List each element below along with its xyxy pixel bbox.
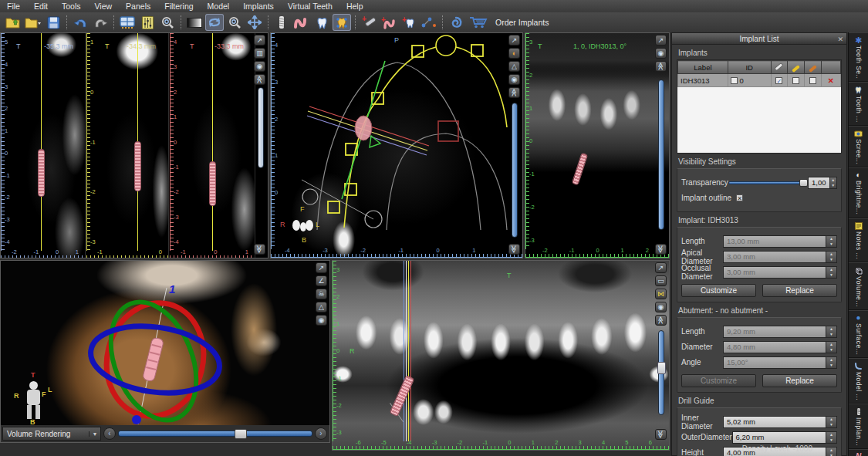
yellow-cell[interactable] [788, 74, 805, 87]
panoramic-viewport[interactable]: 3210-1-2-3 -6-5-4-3-2-10123456 T R ↗ ▭ ⋈… [332, 260, 670, 451]
spin-up-icon[interactable]: ▲ [830, 177, 837, 183]
outer-diameter-spinbox[interactable]: 6,20 mm▲▼ [732, 431, 837, 444]
scroll-down-button[interactable]: ≪ [655, 429, 667, 440]
column-header-id[interactable]: ID [728, 61, 771, 74]
implant-cross-section[interactable] [209, 161, 216, 206]
cross-sections-viewport[interactable]: 543210-1-2-3-4 -2-101 T -35.3 mm 10-1-2-… [0, 32, 269, 258]
slice-layout-button[interactable]: ▥ [254, 48, 265, 59]
tab-implant[interactable]: Implan... [849, 404, 868, 449]
transparency-slider[interactable] [728, 179, 804, 187]
panoramic-curve-button[interactable] [447, 14, 465, 31]
save-button[interactable] [44, 14, 62, 31]
outer-diameter-value[interactable]: 6,20 mm [732, 431, 826, 444]
menu-item-edit[interactable]: Edit [27, 0, 55, 12]
screenshot-button[interactable]: ◉ [316, 315, 327, 326]
tab-volume[interactable]: Volume... [849, 262, 868, 310]
transparency-slider-handle[interactable] [799, 179, 808, 187]
scrollbar-handle[interactable] [657, 362, 666, 374]
slice-scrollbar[interactable] [512, 103, 518, 238]
column-header-orange-implant[interactable] [804, 61, 821, 74]
delete-implant-button[interactable]: ✕ [821, 74, 840, 87]
layout-button[interactable] [118, 14, 137, 31]
volume-slider[interactable] [118, 431, 312, 437]
reset-view-button[interactable] [205, 14, 224, 31]
screenshot-button[interactable]: ◉ [254, 61, 265, 72]
tab-screenshot[interactable]: Scree... [849, 126, 868, 167]
column-header-visibility[interactable] [771, 61, 788, 74]
pano-mode-button[interactable]: ▭ [655, 275, 667, 286]
implant-customize-button[interactable]: Customize [681, 284, 756, 297]
volume-3d-viewport[interactable]: 1 T R F L B ↗ ∠ ☠ △ ◉ Volume Rendering ▼… [0, 260, 330, 443]
maximize-button[interactable]: ↗ [254, 35, 265, 46]
slice-line[interactable] [212, 33, 213, 251]
pan-button[interactable] [245, 14, 264, 31]
menu-item-virtual-teeth[interactable]: Virtual Teeth [281, 0, 339, 12]
skull-view-button[interactable]: ☠ [316, 289, 327, 299]
undo-button[interactable] [71, 14, 90, 31]
add-nerve-button[interactable]: + [380, 14, 398, 31]
implant-cross-section[interactable] [134, 141, 141, 191]
transparency-value[interactable]: 1,00 [808, 177, 830, 189]
maximize-button[interactable]: ↗ [508, 35, 520, 46]
menu-item-view[interactable]: View [88, 0, 120, 12]
implant-replace-button[interactable]: Replace [762, 284, 837, 297]
panels-button[interactable] [138, 14, 157, 31]
scroll-up-button[interactable]: ≪ [508, 87, 520, 98]
scroll-up-button[interactable]: ≪ [254, 74, 265, 85]
menu-item-help[interactable]: Help [339, 0, 370, 12]
implant-id-cell[interactable]: 0 [728, 74, 771, 87]
column-header-label[interactable]: Label [678, 61, 728, 74]
add-tooth-button[interactable]: + [400, 14, 418, 31]
menu-item-file[interactable]: File [0, 0, 27, 12]
column-header-yellow-implant[interactable] [788, 61, 805, 74]
measure-button[interactable]: △ [316, 302, 327, 312]
spinner-arrows[interactable]: ▲▼ [826, 251, 837, 263]
open-recent-button[interactable] [24, 14, 42, 31]
orange-checkbox[interactable] [809, 77, 816, 84]
abutment-diameter-spinbox[interactable]: 4,80 mm▲▼ [723, 341, 837, 353]
implant-outline-checkbox-checked[interactable]: ✕ [736, 194, 743, 201]
contrast-button[interactable]: ◐ [508, 48, 520, 59]
zoom-button[interactable] [225, 14, 244, 31]
yellow-checkbox[interactable] [792, 77, 799, 84]
length-spinbox[interactable]: 13,00 mm▲▼ [723, 235, 837, 248]
nerve-tool-button[interactable] [292, 14, 311, 31]
tab-tooth[interactable]: Tooth ... [849, 82, 868, 126]
occlusal-diameter-spinbox[interactable]: 3,00 mm▲▼ [723, 266, 837, 279]
spinner-arrows[interactable]: ▲▼ [826, 266, 837, 279]
slice-line[interactable] [41, 33, 42, 251]
menu-item-implants[interactable]: Implants [236, 0, 281, 12]
slice-scrollbar[interactable] [658, 79, 664, 230]
scroll-down-button[interactable]: ≪ [655, 244, 667, 255]
inner-diameter-value[interactable]: 5,02 mm [723, 416, 826, 428]
slider-right-button[interactable]: › [315, 427, 327, 440]
slice-line-red[interactable] [410, 261, 411, 441]
spinner-arrows[interactable]: ▲▼ [826, 326, 837, 338]
sagittal-viewport[interactable]: 3210-1-2-3 -2-1012 T 1, 0, IDH3013, 0° ↗… [525, 32, 670, 258]
scroll-down-button[interactable]: ≪ [254, 244, 265, 255]
spinner-arrows[interactable]: ▲▼ [826, 431, 837, 444]
spinner-arrows[interactable]: ▲▼ [826, 356, 837, 369]
screenshot-button[interactable]: ◉ [508, 74, 520, 85]
slice-line-white[interactable] [406, 261, 407, 441]
render-mode-dropdown[interactable]: Volume Rendering ▼ [2, 427, 101, 441]
measure-button[interactable]: △ [508, 61, 520, 72]
spin-down-icon[interactable]: ▼ [830, 183, 837, 188]
screenshot-button[interactable]: ◉ [655, 48, 667, 59]
id-checkbox[interactable] [731, 77, 738, 84]
curve-points-button[interactable] [420, 14, 438, 31]
implant-label-cell[interactable]: IDH3013 [678, 74, 728, 87]
order-implants-label[interactable]: Order Implants [495, 18, 549, 27]
slice-scrollbar[interactable] [658, 330, 664, 415]
abutment-length-spinbox[interactable]: 9,20 mm▲▼ [723, 326, 837, 338]
spinner-arrows[interactable]: ▲▼ [826, 416, 837, 428]
order-implants-button[interactable] [467, 14, 490, 31]
spinner-arrows[interactable]: ▲▼ [830, 177, 838, 189]
tab-surface[interactable]: ●Surface... [849, 310, 868, 358]
slider-handle[interactable] [235, 429, 247, 439]
menu-item-model[interactable]: Model [201, 0, 237, 12]
transparency-spinbox[interactable]: 1,00 ▲▼ [808, 177, 837, 189]
orange-cell[interactable] [804, 74, 821, 87]
menu-item-panels[interactable]: Panels [119, 0, 157, 12]
spinner-arrows[interactable]: ▲▼ [826, 235, 837, 248]
